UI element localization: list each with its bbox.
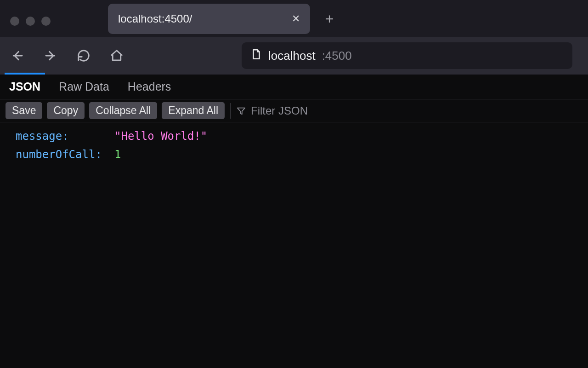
url-host: localhost <box>268 49 316 63</box>
filter-input[interactable] <box>251 104 370 117</box>
forward-button[interactable] <box>41 46 60 65</box>
json-key[interactable]: numberOfCall: <box>16 145 114 164</box>
json-row: message: "Hello World!" <box>16 127 588 145</box>
close-tab-icon[interactable]: ✕ <box>292 13 300 25</box>
copy-button[interactable]: Copy <box>47 102 85 119</box>
titlebar: localhost:4500/ ✕ + <box>0 0 588 37</box>
tab-json[interactable]: JSON <box>7 75 42 99</box>
arrow-right-icon <box>44 49 57 63</box>
navbar: localhost:4500 <box>0 37 588 75</box>
save-button[interactable]: Save <box>6 102 42 119</box>
reload-button[interactable] <box>74 46 93 65</box>
traffic-max-icon[interactable] <box>41 17 51 26</box>
toolbar-separator <box>230 103 231 119</box>
tab-headers[interactable]: Headers <box>126 75 173 99</box>
traffic-close-icon[interactable] <box>10 17 19 26</box>
filter-wrap <box>236 104 370 117</box>
expand-all-button[interactable]: Expand All <box>162 102 225 119</box>
url-bar[interactable]: localhost:4500 <box>242 42 572 69</box>
page-icon <box>250 48 262 63</box>
viewer-tabs: JSON Raw Data Headers <box>0 75 588 99</box>
json-row: numberOfCall: 1 <box>16 145 588 164</box>
json-key[interactable]: message: <box>16 127 114 145</box>
url-port: :4500 <box>322 49 352 63</box>
reload-icon <box>77 49 90 63</box>
back-button[interactable] <box>8 46 27 65</box>
window-controls <box>0 4 60 26</box>
browser-tab[interactable]: localhost:4500/ ✕ <box>108 4 310 34</box>
json-string-value[interactable]: "Hello World!" <box>114 127 207 145</box>
home-icon <box>110 49 124 63</box>
json-body: message: "Hello World!" numberOfCall: 1 <box>0 122 588 368</box>
json-toolbar: Save Copy Collapse All Expand All <box>0 99 588 122</box>
arrow-left-icon <box>11 49 24 63</box>
home-button[interactable] <box>107 46 126 65</box>
traffic-min-icon[interactable] <box>26 17 35 26</box>
filter-icon <box>236 106 246 116</box>
new-tab-button[interactable]: + <box>320 10 339 28</box>
collapse-all-button[interactable]: Collapse All <box>89 102 157 119</box>
tab-raw-data[interactable]: Raw Data <box>57 75 111 99</box>
json-number-value[interactable]: 1 <box>114 145 121 164</box>
tab-strip: localhost:4500/ ✕ + <box>108 4 339 34</box>
tab-title: localhost:4500/ <box>118 12 192 25</box>
